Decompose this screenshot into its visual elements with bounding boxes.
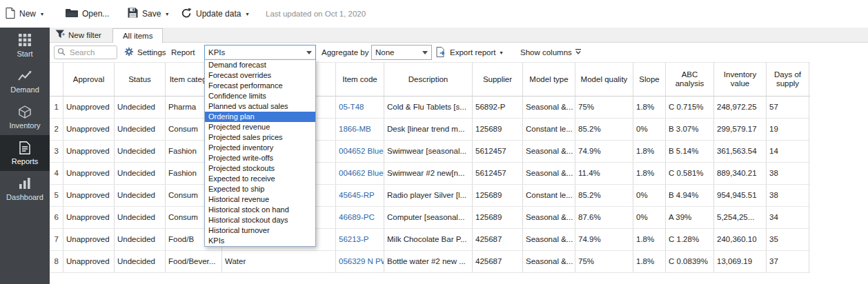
report-option-expected-to-receive[interactable]: Expected to receive (205, 174, 315, 184)
cell-item-code[interactable]: 56213-P (336, 229, 384, 250)
cell-approval[interactable]: Unapproved (63, 163, 115, 184)
report-option-historical-stock-on-hand[interactable]: Historical stock on hand (205, 205, 315, 215)
cell-approval[interactable]: Unapproved (63, 251, 115, 272)
report-option-projected-inventory[interactable]: Projected inventory (205, 143, 315, 153)
column-header[interactable]: Approval (63, 63, 115, 96)
column-header[interactable]: Model type (523, 63, 575, 96)
report-option-demand-forecast[interactable]: Demand forecast (205, 60, 315, 70)
cell-approval[interactable]: Unapproved (63, 119, 115, 140)
report-option-projected-revenue[interactable]: Projected revenue (205, 122, 315, 132)
cell-status[interactable]: Undecided (115, 207, 166, 228)
report-combobox[interactable]: KPIs (204, 45, 316, 60)
cell-approval[interactable]: Unapproved (63, 185, 115, 206)
sidebar-item-demand[interactable]: Demand (0, 63, 50, 99)
cell-item-code[interactable]: 004662 Blue (336, 163, 384, 184)
new-button[interactable]: New ▾ (6, 0, 43, 28)
table-row[interactable]: 7UnapprovedUndecidedFood/B56213-PMilk Ch… (50, 229, 810, 251)
search-input[interactable] (68, 48, 115, 57)
report-option-historical-stockout-days[interactable]: Historical stockout days (205, 215, 315, 225)
chevron-down-icon (306, 51, 312, 54)
table-row[interactable]: 8UnapprovedUndecidedFood/Bever...Water05… (50, 251, 810, 273)
cell-slope: 0% (633, 119, 666, 140)
open-button[interactable]: Open... (66, 0, 109, 28)
export-report-label: Export report (450, 48, 495, 57)
report-dropdown: Demand forecastForecast overridesForecas… (204, 59, 316, 247)
column-header[interactable]: Days of supply (767, 63, 809, 96)
update-data-button[interactable]: Update data ▾ (181, 0, 248, 28)
report-option-projected-sales-prices[interactable]: Projected sales prices (205, 132, 315, 143)
report-option-confidence-limits[interactable]: Confidence limits (205, 91, 315, 101)
aggregate-by-combobox[interactable]: None (371, 45, 432, 60)
row-number: 8 (50, 251, 63, 272)
report-option-historical-turnover[interactable]: Historical turnover (205, 225, 315, 236)
open-button-label: Open... (82, 9, 109, 19)
table-row[interactable]: 4UnapprovedUndecidedFashion004662 BlueSw… (50, 163, 810, 185)
table-row[interactable]: 1UnapprovedUndecidedPharma05-T48Cold & F… (50, 97, 810, 119)
report-option-projected-write-offs[interactable]: Projected write-offs (205, 153, 315, 163)
cell-status[interactable]: Undecided (115, 141, 166, 162)
report-option-historical-revenue[interactable]: Historical revenue (205, 194, 315, 205)
table-row[interactable]: 6UnapprovedUndecidedConsum46689-PCComput… (50, 207, 810, 229)
column-header[interactable]: Supplier (473, 63, 523, 96)
cell-model-type: Seasonal &... (523, 97, 575, 118)
report-option-expected-to-ship[interactable]: Expected to ship (205, 184, 315, 194)
cell-status[interactable]: Undecided (115, 251, 166, 272)
cell-item-code[interactable]: 004652 Blue (336, 141, 384, 162)
report-option-forecast-overrides[interactable]: Forecast overrides (205, 70, 315, 81)
sidebar-item-start[interactable]: Start (0, 28, 50, 63)
report-option-forecast-performance[interactable]: Forecast performance (205, 81, 315, 91)
table-row[interactable]: 3UnapprovedUndecidedFashion004652 BlueSw… (50, 141, 810, 163)
column-header[interactable]: Slope (633, 63, 666, 96)
column-header[interactable]: ABC analysis (666, 63, 714, 96)
cell-item-code[interactable]: 1866-MB (336, 119, 384, 140)
cell-item-code[interactable]: 056329 N PW (336, 251, 384, 272)
search-input-box[interactable] (54, 45, 117, 59)
table-row[interactable]: 2UnapprovedUndecidedConsum1866-MBDesk [l… (50, 119, 810, 141)
row-number: 6 (50, 207, 63, 228)
cell-status[interactable]: Undecided (115, 229, 166, 250)
save-button[interactable]: Save ▾ (128, 0, 168, 28)
cell-group: Water (222, 251, 336, 272)
cell-abc-analysis: B 3.07% (666, 119, 714, 140)
column-header[interactable]: Description (384, 63, 473, 96)
export-report-button[interactable]: Export report ▾ (436, 43, 503, 62)
cell-item-code[interactable]: 45645-RP (336, 185, 384, 206)
cell-approval[interactable]: Unapproved (63, 207, 115, 228)
column-header[interactable]: Inventory value (714, 63, 767, 96)
cell-model-type: Seasonal &... (523, 207, 575, 228)
column-header[interactable]: Model quality (575, 63, 633, 96)
cell-item-code[interactable]: 46689-PC (336, 207, 384, 228)
sidebar-item-reports[interactable]: Reports (0, 135, 50, 171)
cell-status[interactable]: Undecided (115, 97, 166, 118)
report-option-ordering-plan[interactable]: Ordering plan (205, 112, 315, 122)
cell-approval[interactable]: Unapproved (63, 229, 115, 250)
cell-approval[interactable]: Unapproved (63, 141, 115, 162)
report-label: Report (171, 43, 195, 62)
cell-days-of-supply: 38 (767, 185, 809, 206)
column-header[interactable]: Status (115, 63, 166, 96)
show-columns-button[interactable]: Show columns (520, 43, 581, 62)
cell-abc-analysis: A 39% (666, 207, 714, 228)
cell-status[interactable]: Undecided (115, 163, 166, 184)
cell-supplier: 5612457 (473, 163, 523, 184)
chevron-down-icon (422, 51, 428, 54)
report-table: ApprovalStatusItem categoryItem codeDesc… (50, 62, 810, 273)
sidebar-item-dashboard[interactable]: Dashboard (0, 171, 50, 207)
report-option-projected-stockouts[interactable]: Projected stockouts (205, 163, 315, 174)
cell-status[interactable]: Undecided (115, 119, 166, 140)
report-option-kpis[interactable]: KPIs (205, 236, 315, 246)
cell-item-code[interactable]: 05-T48 (336, 97, 384, 118)
cell-status[interactable]: Undecided (115, 185, 166, 206)
column-header[interactable]: Item code (336, 63, 384, 96)
cell-abc-analysis: B 4.94% (666, 185, 714, 206)
tab-all-items[interactable]: All items (112, 28, 163, 43)
sidebar-item-label: Inventory (9, 121, 40, 130)
new-filter-button[interactable]: New filter (50, 28, 110, 42)
report-option-planned-vs-actual-sales[interactable]: Planned vs actual sales (205, 101, 315, 112)
table-row[interactable]: 5UnapprovedUndecidedConsum45645-RPRadio … (50, 185, 810, 207)
sidebar-item-inventory[interactable]: Inventory (0, 99, 50, 135)
settings-button[interactable]: Settings (124, 43, 166, 62)
cell-approval[interactable]: Unapproved (63, 97, 115, 118)
cell-abc-analysis: C 0.715% (666, 97, 714, 118)
table-header-row: ApprovalStatusItem categoryItem codeDesc… (50, 62, 810, 97)
